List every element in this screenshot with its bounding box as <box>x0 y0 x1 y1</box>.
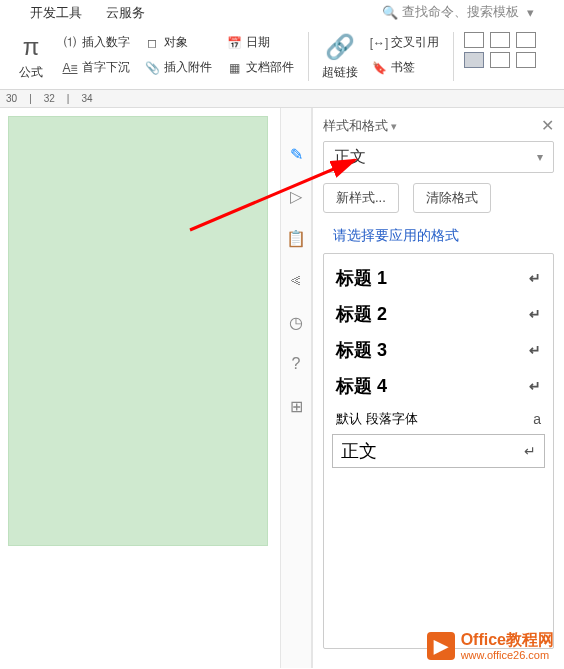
hint-text: 请选择要应用的格式 <box>323 227 554 245</box>
calendar-icon: 📅 <box>226 35 242 51</box>
pencil-icon[interactable]: ✎ <box>286 144 306 164</box>
object-button[interactable]: ◻对象 <box>140 32 216 53</box>
bookmark-icon: 🔖 <box>371 60 387 76</box>
formula-button[interactable]: π 公式 <box>10 32 52 81</box>
xref-icon: [↔] <box>371 35 387 51</box>
bookmark-label: 书签 <box>391 59 415 76</box>
paragraph-mark-icon: ↵ <box>529 342 541 358</box>
layout-opt-2[interactable] <box>490 32 510 48</box>
style-heading4[interactable]: 标题 4↵ <box>332 368 545 404</box>
dropcap-label: 首字下沉 <box>82 59 130 76</box>
hyperlink-label: 超链接 <box>322 64 358 81</box>
logo-icon: ▶ <box>427 632 455 660</box>
object-label: 对象 <box>164 34 188 51</box>
ruler: 30 | 32 | 34 <box>0 90 564 108</box>
close-icon[interactable]: ✕ <box>541 116 554 135</box>
layout-opt-6[interactable] <box>516 52 536 68</box>
chevron-down-icon: ▾ <box>537 150 543 164</box>
document-area[interactable] <box>0 108 280 668</box>
docparts-button[interactable]: ▦文档部件 <box>222 57 298 78</box>
share-icon[interactable]: ⪡ <box>286 270 306 290</box>
ruler-30: 30 <box>6 93 17 104</box>
tab-dev[interactable]: 开发工具 <box>30 4 82 22</box>
ruler-34: 34 <box>81 93 92 104</box>
style-label: 标题 2 <box>336 302 387 326</box>
paragraph-mark-icon: ↵ <box>529 270 541 286</box>
help-icon[interactable]: ? <box>286 354 306 374</box>
dropcap-button[interactable]: A≡首字下沉 <box>58 57 134 78</box>
paragraph-mark-icon: ↵ <box>529 306 541 322</box>
date-label: 日期 <box>246 34 270 51</box>
style-label: 标题 4 <box>336 374 387 398</box>
side-toolbar: ✎ ▷ 📋 ⪡ ◷ ? ⊞ <box>280 108 312 668</box>
paragraph-mark-icon: ↵ <box>524 443 536 459</box>
style-label: 标题 3 <box>336 338 387 362</box>
style-heading1[interactable]: 标题 1↵ <box>332 260 545 296</box>
clock-icon[interactable]: ◷ <box>286 312 306 332</box>
layout-opt-5[interactable] <box>490 52 510 68</box>
style-body[interactable]: 正文↵ <box>332 434 545 468</box>
pi-icon: π <box>16 32 46 62</box>
layout-opt-1[interactable] <box>464 32 484 48</box>
panel-title[interactable]: 样式和格式 <box>323 117 397 135</box>
styles-panel: 样式和格式 ✕ 正文 ▾ 新样式... 清除格式 请选择要应用的格式 标题 1↵… <box>312 108 564 668</box>
formula-label: 公式 <box>19 64 43 81</box>
xref-button[interactable]: [↔]交叉引用 <box>367 32 443 53</box>
style-default-font[interactable]: 默认 段落字体a <box>332 404 545 434</box>
dropcap-icon: A≡ <box>62 60 78 76</box>
style-list: 标题 1↵ 标题 2↵ 标题 3↵ 标题 4↵ 默认 段落字体a 正文↵ <box>323 253 554 649</box>
attach-label: 插入附件 <box>164 59 212 76</box>
page <box>8 116 268 546</box>
cursor-icon[interactable]: ▷ <box>286 186 306 206</box>
xref-label: 交叉引用 <box>391 34 439 51</box>
current-style-label: 正文 <box>334 147 366 168</box>
style-label: 默认 段落字体 <box>336 410 418 428</box>
docparts-icon: ▦ <box>226 60 242 76</box>
insert-number-label: 插入数字 <box>82 34 130 51</box>
char-mark-icon: a <box>533 411 541 427</box>
number-icon: ⑴ <box>62 35 78 51</box>
style-label: 正文 <box>341 439 377 463</box>
clear-format-button[interactable]: 清除格式 <box>413 183 491 213</box>
style-heading3[interactable]: 标题 3↵ <box>332 332 545 368</box>
object-icon: ◻ <box>144 35 160 51</box>
watermark-url: www.office26.com <box>461 649 554 661</box>
date-button[interactable]: 📅日期 <box>222 32 298 53</box>
grid-icon[interactable]: ⊞ <box>286 396 306 416</box>
search-icon: 🔍 <box>382 5 398 20</box>
paperclip-icon: 📎 <box>144 60 160 76</box>
layout-opt-3[interactable] <box>516 32 536 48</box>
chevron-down-icon: ▾ <box>527 5 534 20</box>
docparts-label: 文档部件 <box>246 59 294 76</box>
style-label: 标题 1 <box>336 266 387 290</box>
watermark: ▶ Office教程网 www.office26.com <box>427 631 554 661</box>
current-style-select[interactable]: 正文 ▾ <box>323 141 554 173</box>
watermark-title: Office教程网 <box>461 631 554 649</box>
style-heading2[interactable]: 标题 2↵ <box>332 296 545 332</box>
search-box[interactable]: 🔍 查找命令、搜索模板 ▾ <box>382 3 534 21</box>
attach-button[interactable]: 📎插入附件 <box>140 57 216 78</box>
insert-number-button[interactable]: ⑴插入数字 <box>58 32 134 53</box>
bookmark-button[interactable]: 🔖书签 <box>367 57 443 78</box>
ruler-32: 32 <box>44 93 55 104</box>
new-style-button[interactable]: 新样式... <box>323 183 399 213</box>
link-icon: 🔗 <box>325 32 355 62</box>
hyperlink-button[interactable]: 🔗 超链接 <box>319 32 361 81</box>
layout-opt-4[interactable] <box>464 52 484 68</box>
ribbon: π 公式 ⑴插入数字 A≡首字下沉 ◻对象 📎插入附件 📅日期 ▦文档部件 🔗 … <box>0 26 564 90</box>
tab-cloud[interactable]: 云服务 <box>106 4 145 22</box>
clipboard-icon[interactable]: 📋 <box>286 228 306 248</box>
search-placeholder: 查找命令、搜索模板 <box>402 3 519 21</box>
paragraph-mark-icon: ↵ <box>529 378 541 394</box>
